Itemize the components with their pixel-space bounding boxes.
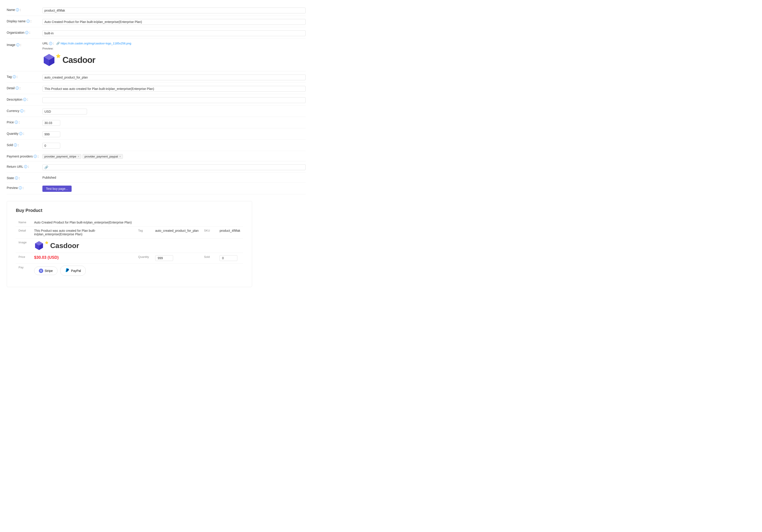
payment-providers-label: Payment providers i: xyxy=(7,153,42,158)
display-name-input[interactable] xyxy=(42,19,306,25)
detail-info-icon[interactable]: i xyxy=(16,87,19,90)
buy-name-label: Name xyxy=(16,218,32,227)
image-label: Image i: xyxy=(7,41,42,46)
payment-providers-info-icon[interactable]: i xyxy=(34,155,37,158)
paypal-icon xyxy=(65,268,70,274)
paypal-provider-remove[interactable]: × xyxy=(119,155,121,158)
stripe-provider-remove[interactable]: × xyxy=(78,155,79,158)
payment-providers-row: Payment providers i: provider_payment_st… xyxy=(7,151,306,161)
sold-input[interactable] xyxy=(42,143,60,149)
name-value-container xyxy=(42,7,306,13)
return-url-value-container: 🔗 xyxy=(42,164,306,170)
buy-name-row: Name Auto Created Product for Plan built… xyxy=(16,218,243,227)
buy-sold-input[interactable] xyxy=(219,255,237,261)
casdoor-brand-text-large: Casdoor xyxy=(62,55,95,65)
name-info-icon[interactable]: i xyxy=(16,8,19,11)
detail-label: Detail i: xyxy=(7,85,42,90)
tag-value-container xyxy=(42,74,306,80)
paypal-label: PayPal xyxy=(71,269,81,272)
detail-row: Detail i: xyxy=(7,83,306,94)
organization-input[interactable] xyxy=(42,30,306,36)
description-info-icon[interactable]: i xyxy=(23,98,26,101)
detail-input[interactable] xyxy=(42,86,306,92)
buy-product-title: Buy Product xyxy=(16,208,243,213)
buy-pay-row: Pay S Stripe xyxy=(16,264,243,278)
casdoor-logo-large: ⭐ Casdoor xyxy=(42,51,306,69)
paypal-provider-label: provider_payment_paypal xyxy=(85,155,118,158)
casdoor-brand-text-small: Casdoor xyxy=(50,242,79,250)
quantity-info-icon[interactable]: i xyxy=(19,132,22,135)
display-name-value-container xyxy=(42,18,306,25)
quantity-input[interactable] xyxy=(42,131,60,137)
name-label: Name i: xyxy=(7,7,42,12)
image-url-value: https://cdn.casbin.org/img/casdoor-logo_… xyxy=(61,42,131,45)
currency-label: Currency i: xyxy=(7,108,42,113)
return-url-input[interactable] xyxy=(49,166,304,169)
state-info-icon[interactable]: i xyxy=(15,177,18,180)
stripe-label: Stripe xyxy=(44,269,53,272)
display-name-label: Display name i: xyxy=(7,18,42,23)
url-label: URL xyxy=(42,42,48,45)
buy-sold-value-cell xyxy=(217,253,243,264)
currency-info-icon[interactable]: i xyxy=(20,109,24,113)
buy-product-table: Name Auto Created Product for Plan built… xyxy=(16,218,243,278)
state-value-container: Published xyxy=(42,175,306,179)
tag-row: Tag i: xyxy=(7,71,306,83)
organization-value-container xyxy=(42,30,306,36)
preview-label: Preview: xyxy=(42,47,306,50)
display-name-row: Display name i: xyxy=(7,16,306,27)
organization-label: Organization i: xyxy=(7,30,42,35)
url-line: URL i: 🔗 https://cdn.casbin.org/img/casd… xyxy=(42,42,306,45)
url-info-icon[interactable]: i xyxy=(49,42,52,45)
buy-name-value: Auto Created Product for Plan built-in/p… xyxy=(32,218,243,227)
currency-value-container xyxy=(42,108,306,114)
stripe-pay-button[interactable]: S Stripe xyxy=(34,266,57,275)
image-row: Image i: URL i: 🔗 https://cdn.casbin.org… xyxy=(7,38,306,71)
buy-tag-label: Tag xyxy=(135,227,152,238)
display-name-info-icon[interactable]: i xyxy=(27,20,30,23)
price-value-container xyxy=(42,119,306,126)
tag-label: Tag i: xyxy=(7,74,42,79)
sold-info-icon[interactable]: i xyxy=(14,143,17,147)
currency-row: Currency i: xyxy=(7,106,306,117)
tag-input[interactable] xyxy=(42,74,306,80)
buy-pay-label: Pay xyxy=(16,264,32,278)
buy-image-label: Image xyxy=(16,238,32,253)
paypal-pay-button[interactable]: PayPal xyxy=(60,266,86,276)
buy-pay-buttons-cell: S Stripe PayPal xyxy=(32,264,243,278)
sold-row: Sold i: xyxy=(7,140,306,151)
image-preview-container: Preview: ⭐ Casdoor xyxy=(42,47,306,69)
buy-quantity-input[interactable] xyxy=(155,255,173,261)
return-url-info-icon[interactable]: i xyxy=(24,165,27,168)
stripe-provider-tag: provider_payment_stripe × xyxy=(42,154,81,159)
price-info-icon[interactable]: i xyxy=(15,121,18,124)
casdoor-cube-svg xyxy=(42,53,56,67)
buy-detail-value: This Product was auto created for Plan b… xyxy=(32,227,135,238)
preview-value-container: Test buy page... xyxy=(42,185,306,192)
return-url-row: Return URL i: 🔗 xyxy=(7,161,306,173)
name-input[interactable] xyxy=(42,8,306,13)
tag-info-icon[interactable]: i xyxy=(13,75,16,78)
description-input[interactable] xyxy=(42,97,306,103)
buy-tag-value: auto_created_product_for_plan xyxy=(153,227,201,238)
return-url-label: Return URL i: xyxy=(7,164,42,168)
sold-value-container xyxy=(42,142,306,149)
payment-providers-value-container: provider_payment_stripe × provider_payme… xyxy=(42,153,306,159)
description-value-container xyxy=(42,96,306,103)
preview-label-form: Preview i: xyxy=(7,185,42,190)
organization-info-icon[interactable]: i xyxy=(25,31,28,34)
detail-value-container xyxy=(42,85,306,92)
currency-input[interactable] xyxy=(42,109,87,114)
state-text: Published xyxy=(42,176,56,179)
sold-label: Sold i: xyxy=(7,142,42,147)
price-row: Price i: xyxy=(7,117,306,128)
test-buy-button[interactable]: Test buy page... xyxy=(42,186,72,192)
buy-sku-label: SKU xyxy=(201,227,217,238)
image-info-icon[interactable]: i xyxy=(16,43,19,46)
preview-info-icon[interactable]: i xyxy=(19,186,22,190)
buy-price-value-cell: $30.03 (USD) xyxy=(32,253,135,264)
description-label: Description i: xyxy=(7,96,42,101)
buy-price-value: $30.03 (USD) xyxy=(34,255,59,260)
paypal-provider-tag: provider_payment_paypal × xyxy=(83,154,123,159)
price-input[interactable] xyxy=(42,120,60,126)
